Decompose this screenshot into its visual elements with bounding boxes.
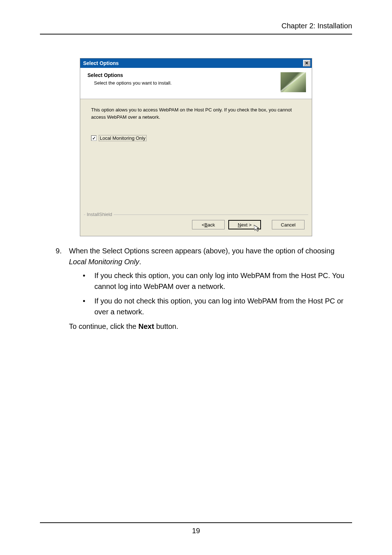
page-header: Chapter 2: Installation [0,0,392,34]
checkmark-icon: ✓ [92,136,96,141]
titlebar-text: Select Options [83,60,119,66]
continue-text-1: To continue, click the [69,322,138,330]
bullet-list: • If you check this option, you can only… [69,270,352,317]
page-number: 19 [40,527,352,535]
cancel-button[interactable]: Cancel [272,220,305,229]
step-text-2: . [139,258,141,266]
dialog-body: This option alows you to access WebPAM o… [80,99,312,190]
continue-text-2: button. [154,322,179,330]
back-button[interactable]: < Back [192,220,225,229]
bullet-item-2: • If you do not check this option, you c… [83,295,352,317]
dialog-header-panel: Select Options Select the options you wa… [80,68,312,99]
installshield-label: InstallShield [85,212,114,217]
bullet-text-1: If you check this option, you can only l… [94,270,352,292]
close-icon: ✕ [305,61,309,66]
instructions: 9. When the Select Options screen appear… [0,236,392,332]
dialog-heading: Select Options [87,72,277,78]
installer-graphic [281,72,306,92]
local-monitoring-checkbox[interactable]: ✓ [91,135,97,141]
close-button[interactable]: ✕ [303,60,310,66]
checkbox-label: Local Monitoring Only [99,135,147,141]
step-text-1: When the Select Options screen appears (… [69,247,335,255]
footer-divider [40,522,352,523]
dialog-subheading: Select the options you want to install. [87,80,277,86]
option-description: This option alows you to access WebPAM o… [91,106,301,121]
select-options-dialog: Select Options ✕ Select Options Select t… [80,58,312,236]
step-number: 9. [51,245,62,332]
page-footer: 19 [40,522,352,535]
checkbox-row: ✓ Local Monitoring Only [91,135,301,141]
step-text-italic: Local Monitoring Only [69,258,139,266]
header-divider [40,34,352,34]
step-9: 9. When the Select Options screen appear… [51,245,352,332]
chapter-label: Chapter 2: Installation [281,22,352,30]
dialog-container: Select Options ✕ Select Options Select t… [0,58,392,236]
dialog-header-text: Select Options Select the options you wa… [87,72,277,86]
step-body: When the Select Options screen appears (… [69,245,352,332]
titlebar: Select Options ✕ [80,58,312,68]
bullet-item-1: • If you check this option, you can only… [83,270,352,292]
continue-line: To continue, click the Next button. [69,321,352,332]
button-row: < Back Next > Cancel [80,215,312,236]
bullet-mark: • [83,270,86,292]
bullet-mark: • [83,295,86,317]
bullet-text-2: If you do not check this option, you can… [94,295,352,317]
continue-bold: Next [138,322,154,330]
